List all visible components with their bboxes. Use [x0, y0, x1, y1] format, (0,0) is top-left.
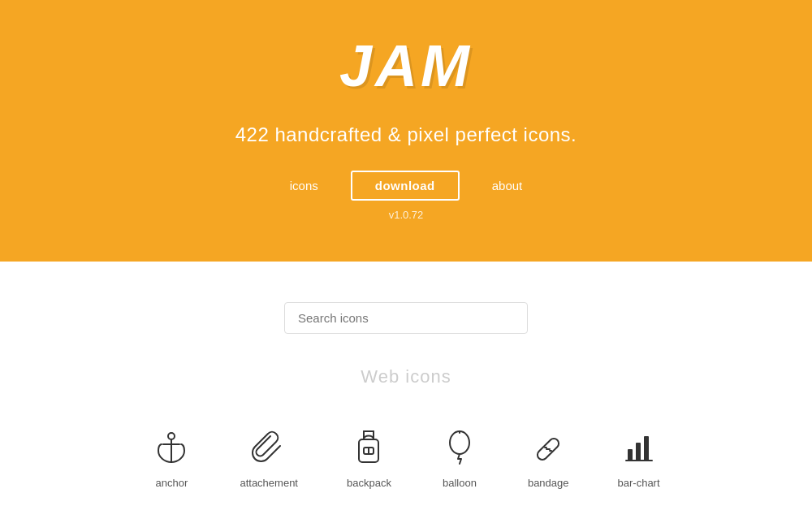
svg-point-9: [450, 431, 469, 454]
version-label: v1.0.72: [16, 209, 796, 221]
svg-point-0: [168, 433, 175, 439]
backpack-label: backpack: [347, 477, 391, 489]
search-input[interactable]: [284, 302, 528, 334]
icon-item-balloon[interactable]: balloon: [440, 428, 479, 489]
bandage-label: bandage: [528, 477, 569, 489]
site-title: JAM: [16, 32, 796, 99]
search-container: [16, 302, 796, 334]
nav-about-link[interactable]: about: [492, 179, 523, 192]
svg-rect-17: [636, 443, 641, 461]
icon-item-bandage[interactable]: bandage: [528, 428, 569, 489]
bar-chart-label: bar-chart: [618, 477, 660, 489]
attachement-icon: [249, 428, 288, 467]
balloon-label: balloon: [443, 477, 477, 489]
anchor-icon: [152, 428, 191, 467]
content-area: Web icons anchor attachement: [0, 262, 812, 521]
icon-item-backpack[interactable]: backpack: [347, 428, 391, 489]
icon-item-anchor[interactable]: anchor: [152, 428, 191, 489]
bar-chart-icon: [620, 428, 659, 467]
section-title: Web icons: [16, 366, 796, 387]
balloon-icon: [440, 428, 479, 467]
backpack-icon: [349, 428, 388, 467]
icon-item-bar-chart[interactable]: bar-chart: [618, 428, 660, 489]
svg-rect-18: [644, 436, 649, 461]
svg-rect-16: [628, 449, 633, 461]
hero-nav: icons download about: [16, 171, 796, 201]
bandage-icon: [529, 428, 568, 467]
download-button[interactable]: download: [351, 171, 460, 201]
nav-icons-link[interactable]: icons: [290, 179, 318, 192]
icon-item-attachement[interactable]: attachement: [240, 428, 298, 489]
anchor-label: anchor: [156, 477, 188, 489]
attachement-label: attachement: [240, 477, 298, 489]
hero-subtitle: 422 handcrafted & pixel perfect icons.: [16, 123, 796, 146]
hero-section: JAM 422 handcrafted & pixel perfect icon…: [0, 0, 812, 262]
icons-grid: anchor attachement backpack: [16, 428, 796, 489]
